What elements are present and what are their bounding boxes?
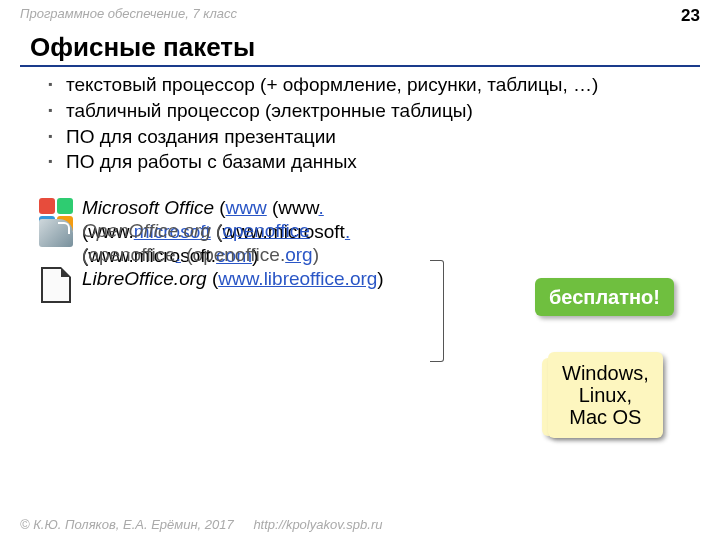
course-label: Программное обеспечение, 7 класс [20, 6, 237, 21]
oo-link-openoffice[interactable]: openoffice [222, 220, 309, 241]
ms-link-www[interactable]: www [226, 197, 267, 218]
product-openoffice: OpenOffice.org (openoffice (openoffice. … [36, 219, 700, 267]
openoffice-icon [39, 219, 73, 247]
page-number: 23 [681, 6, 700, 26]
list-item: табличный процессор (электронные таблицы… [52, 99, 700, 123]
libre-text: ) [377, 268, 383, 289]
ms-link-dot[interactable]: . [319, 197, 324, 218]
oo-text: ) [313, 244, 319, 265]
callout-os: Windows, Linux, Mac OS [548, 352, 663, 438]
ms-link-dot[interactable]: . [345, 221, 350, 242]
footer-url: http://kpolyakov.spb.ru [253, 517, 382, 532]
os-line: Linux, [579, 384, 632, 406]
oo-text: (openoffice. [181, 244, 285, 265]
libre-text: ( [207, 268, 219, 289]
callout-free: бесплатно! [535, 278, 674, 316]
list-item: ПО для создания презентации [52, 125, 700, 149]
copyright: © К.Ю. Поляков, Е.А. Ерёмин, 2017 [20, 517, 234, 532]
list-item: ПО для работы с базами данных [52, 150, 700, 174]
slide-footer: © К.Ю. Поляков, Е.А. Ерёмин, 2017 http:/… [20, 517, 382, 532]
os-line: Mac OS [569, 406, 641, 428]
oo-text: (openoffice [82, 244, 176, 265]
libre-name: LibreOffice.org [82, 268, 207, 289]
grouping-bracket [430, 260, 444, 362]
slide-header: Программное обеспечение, 7 класс 23 [0, 0, 720, 26]
oo-name: OpenOffice.org [82, 220, 211, 241]
os-line: Windows, [562, 362, 649, 384]
list-item: текстовый процессор (+ оформление, рисун… [52, 73, 700, 97]
ms-text: (www [267, 197, 319, 218]
libreoffice-icon [41, 267, 71, 303]
ms-name: Microsoft Office [82, 197, 214, 218]
slide-title: Офисные пакеты [0, 26, 720, 65]
oo-link-org[interactable]: org [285, 244, 312, 265]
libre-link[interactable]: www.libreoffice.org [218, 268, 377, 289]
bullet-list: текстовый процессор (+ оформление, рисун… [36, 73, 700, 174]
